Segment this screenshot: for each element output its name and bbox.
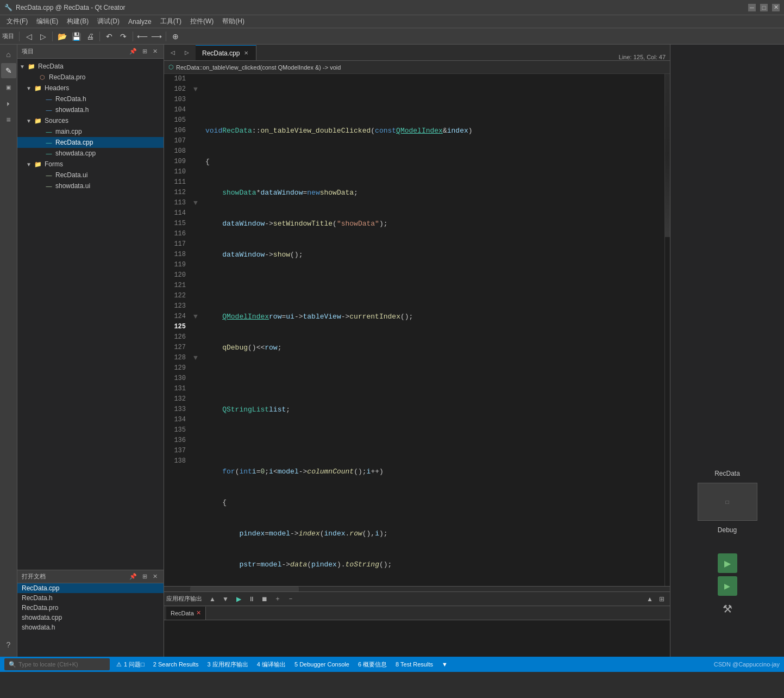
toolbar-back-btn[interactable]: ◁ bbox=[22, 30, 35, 43]
toolbar-print-btn[interactable]: 🖨 bbox=[84, 30, 97, 43]
doc-item-recdata-cpp[interactable]: RecData.cpp bbox=[17, 583, 164, 593]
design-icon[interactable]: ▣ bbox=[1, 79, 16, 95]
ln-105: 105 bbox=[166, 115, 186, 126]
tree-item-forms-folder[interactable]: ▼ 📁 Forms bbox=[17, 159, 164, 170]
help-icon[interactable]: ? bbox=[1, 637, 16, 652]
menu-edit[interactable]: 编辑(E) bbox=[32, 16, 62, 27]
tab-nav-right[interactable]: ▷ bbox=[180, 46, 193, 59]
menu-analyze[interactable]: Analyze bbox=[124, 17, 156, 27]
status-arrow[interactable]: ▼ bbox=[440, 660, 450, 669]
maximize-button[interactable]: □ bbox=[760, 4, 768, 11]
toolbar-nav-forward-btn[interactable]: ⟶ bbox=[150, 30, 163, 43]
tree-item-recdata-cpp[interactable]: — RecData.cpp bbox=[17, 137, 164, 148]
toolbar-nav-back-btn[interactable]: ⟵ bbox=[136, 30, 149, 43]
debug-run-button[interactable]: ▶ bbox=[718, 576, 737, 596]
ln-120: 120 bbox=[166, 270, 186, 281]
tree-item-recdata-ui[interactable]: — RecData.ui bbox=[17, 170, 164, 180]
output-content[interactable] bbox=[164, 620, 670, 657]
toolbar-save-btn[interactable]: 💾 bbox=[70, 30, 83, 43]
output-play[interactable]: ▶ bbox=[233, 594, 244, 604]
edit-icon[interactable]: ✎ bbox=[1, 63, 16, 78]
output-subtab-recdata[interactable]: RecData ✕ bbox=[166, 607, 206, 620]
doc-item-recdata-h[interactable]: RecData.h bbox=[17, 593, 164, 603]
tree-item-recdata-pro[interactable]: ⬡ RecData.pro bbox=[17, 72, 164, 83]
tree-item-showdata-ui[interactable]: — showdata.ui bbox=[17, 180, 164, 191]
editor-area: ◁ ▷ RecData.cpp ✕ Line: 125, Col: 47 ⬡ R… bbox=[164, 45, 670, 657]
tree-item-headers-folder[interactable]: ▼ 📁 Headers bbox=[17, 83, 164, 94]
menu-controls[interactable]: 控件(W) bbox=[186, 16, 218, 27]
panel-expand-btn[interactable]: ⊞ bbox=[141, 47, 149, 55]
collapse-113[interactable]: ▼ bbox=[190, 198, 201, 208]
tree-item-showdata-h[interactable]: — showdata.h bbox=[17, 104, 164, 115]
code-content[interactable]: 101 102 103 104 105 106 107 108 109 110 … bbox=[164, 74, 670, 586]
toolbar-separator-3 bbox=[99, 32, 100, 41]
collapse-125[interactable]: ▼ bbox=[190, 311, 201, 322]
status-app-output[interactable]: 3 应用程序输出 bbox=[205, 659, 250, 670]
toolbar-open-btn[interactable]: 📂 bbox=[55, 30, 68, 43]
output-remove[interactable]: － bbox=[285, 594, 297, 604]
minimize-button[interactable]: ─ bbox=[748, 4, 756, 11]
open-docs-close-btn[interactable]: ✕ bbox=[151, 572, 159, 581]
debug-icon[interactable]: ⏵ bbox=[1, 96, 16, 111]
toolbar-undo-btn[interactable]: ↶ bbox=[103, 30, 116, 43]
status-debugger[interactable]: 5 Debugger Console bbox=[292, 660, 352, 669]
output-collapse[interactable]: ▲ bbox=[644, 594, 656, 604]
panel-pin-btn[interactable]: 📌 bbox=[128, 47, 139, 55]
status-test[interactable]: 8 Test Results bbox=[393, 660, 435, 669]
output-maximize[interactable]: ⊞ bbox=[656, 594, 668, 604]
tree-arrow-sources: ▼ bbox=[26, 118, 34, 124]
minimap bbox=[664, 74, 670, 586]
open-docs-pin-btn[interactable]: 📌 bbox=[128, 572, 139, 581]
tree-item-recdata-h[interactable]: — RecData.h bbox=[17, 94, 164, 104]
collapse-102[interactable]: ▼ bbox=[190, 84, 201, 95]
collapse-129[interactable]: ▼ bbox=[190, 353, 201, 363]
doc-item-recdata-pro[interactable]: RecData.pro bbox=[17, 603, 164, 613]
status-search-results[interactable]: 2 Search Results bbox=[151, 660, 201, 669]
code-editor[interactable]: void RecData::on_tableView_doubleClicked… bbox=[201, 74, 664, 586]
output-stop[interactable]: ⏹ bbox=[259, 594, 271, 604]
output-subtab-close[interactable]: ✕ bbox=[196, 609, 201, 616]
tree-item-main-cpp[interactable]: — main.cpp bbox=[17, 126, 164, 137]
search-input[interactable] bbox=[18, 661, 105, 668]
welcome-icon[interactable]: ⌂ bbox=[1, 47, 16, 62]
doc-item-showdata-cpp[interactable]: showdata.cpp bbox=[17, 613, 164, 622]
tree-arrow-headers: ▼ bbox=[26, 85, 34, 91]
status-problems[interactable]: ⚠ 1 问题□ bbox=[114, 659, 147, 670]
open-docs-expand-btn[interactable]: ⊞ bbox=[141, 572, 149, 581]
toolbar-options-btn[interactable]: ⊕ bbox=[169, 30, 182, 43]
menu-debug[interactable]: 调试(D) bbox=[93, 16, 124, 27]
panel-close-btn[interactable]: ✕ bbox=[151, 47, 159, 55]
toolbar-forward-btn[interactable]: ▷ bbox=[36, 30, 49, 43]
ln-132: 132 bbox=[166, 394, 186, 404]
tree-item-showdata-cpp[interactable]: — showdata.cpp bbox=[17, 148, 164, 159]
menu-build[interactable]: 构建(B) bbox=[62, 16, 93, 27]
preview-app-label: RecData bbox=[714, 470, 740, 477]
menu-file[interactable]: 文件(F) bbox=[2, 16, 32, 27]
toolbar-redo-btn[interactable]: ↷ bbox=[117, 30, 130, 43]
ln-109: 109 bbox=[166, 157, 186, 167]
search-box[interactable]: 🔍 bbox=[4, 658, 110, 670]
code-line-112 bbox=[205, 435, 660, 446]
tree-root-recdata[interactable]: ▼ 📁 RecData bbox=[17, 61, 164, 72]
menu-tools[interactable]: 工具(T) bbox=[156, 16, 186, 27]
build-button[interactable]: ⚒ bbox=[718, 599, 737, 619]
toolbar-separator-5 bbox=[166, 32, 166, 41]
status-compile-output[interactable]: 4 编译输出 bbox=[255, 659, 288, 670]
output-scroll-up[interactable]: ▲ bbox=[206, 594, 218, 604]
horizontal-scrollbar[interactable] bbox=[164, 586, 670, 591]
output-scroll-down[interactable]: ▼ bbox=[219, 594, 231, 604]
tab-nav-left[interactable]: ◁ bbox=[166, 46, 179, 59]
project-icon[interactable]: ≡ bbox=[1, 112, 16, 127]
output-add[interactable]: ＋ bbox=[272, 594, 284, 604]
tab-close-btn[interactable]: ✕ bbox=[243, 49, 249, 57]
doc-item-showdata-h[interactable]: showdata.h bbox=[17, 622, 164, 632]
menu-help[interactable]: 帮助(H) bbox=[218, 16, 249, 27]
close-button[interactable]: ✕ bbox=[772, 4, 780, 11]
run-button[interactable]: ▶ bbox=[718, 553, 737, 573]
file-icon-recdata-cpp: — bbox=[45, 138, 53, 147]
tree-item-sources-folder[interactable]: ▼ 📁 Sources bbox=[17, 115, 164, 126]
breadcrumb-file: ⬡ bbox=[168, 64, 174, 71]
status-summary[interactable]: 6 概要信息 bbox=[356, 659, 389, 670]
output-pause[interactable]: ⏸ bbox=[246, 594, 258, 604]
tab-recdata-cpp[interactable]: RecData.cpp ✕ bbox=[196, 45, 256, 60]
